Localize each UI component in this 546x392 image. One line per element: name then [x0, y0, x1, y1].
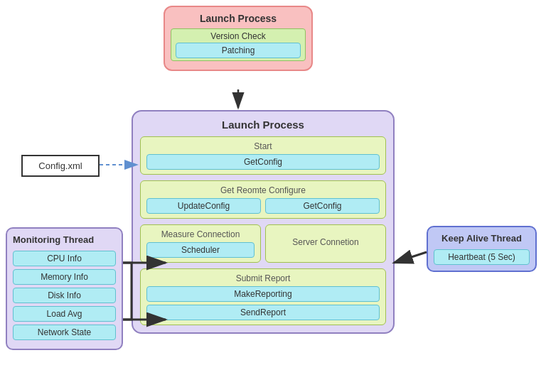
config-xml-label: Config.xml [38, 160, 82, 171]
measure-connection-box: Measure Connection Scheduler [140, 224, 261, 263]
update-config-box: UpdateConfig [146, 198, 261, 214]
get-remote-label: Get Reomte Configure [146, 185, 380, 195]
getconfig2-box: GetConfig [265, 198, 380, 214]
heartbeat-box: Heartbeat (5 Sec) [434, 249, 530, 265]
make-reporting-box: MakeReporting [146, 286, 380, 302]
keep-alive-title: Keep Alive Thread [434, 233, 530, 244]
cpu-info-item: CPU Info [13, 251, 116, 266]
monitoring-bracket [123, 263, 132, 320]
submit-report-label: Submit Report [146, 273, 380, 283]
keep-alive-thread: Keep Alive Thread Heartbeat (5 Sec) [427, 226, 537, 272]
launch-main-title: Launch Process [140, 119, 386, 131]
memory-info-item: Memory Info [13, 269, 116, 285]
config-xml-box: Config.xml [21, 155, 100, 177]
update-getconfig-row: UpdateConfig GetConfig [146, 198, 380, 214]
version-check-box: Version Check Patching [171, 28, 306, 61]
server-connection-label: Server Connetion [292, 237, 358, 247]
monitoring-thread: Monitoring Thread CPU Info Memory Info D… [6, 227, 123, 350]
monitoring-title: Monitoring Thread [13, 234, 116, 245]
network-state-item: Network State [13, 325, 116, 340]
arrow-keepalive-server [394, 252, 427, 263]
start-section: Start GetConfig [140, 136, 386, 175]
load-avg-item: Load Avg [13, 306, 116, 322]
launch-process-main: Launch Process Start GetConfig Get Reomt… [132, 110, 395, 334]
get-remote-section: Get Reomte Configure UpdateConfig GetCon… [140, 180, 386, 219]
start-label: Start [146, 141, 380, 151]
send-report-box: SendReport [146, 305, 380, 320]
submit-report-section: Submit Report MakeReporting SendReport [140, 268, 386, 325]
measure-server-row: Measure Connection Scheduler Server Conn… [140, 224, 386, 263]
version-check-label: Version Check [176, 31, 301, 41]
getconfig-box: GetConfig [146, 154, 380, 170]
disk-info-item: Disk Info [13, 288, 116, 303]
measure-connection-label: Measure Connection [146, 229, 255, 239]
launch-top-title: Launch Process [171, 13, 306, 24]
patching-box: Patching [176, 43, 301, 58]
scheduler-box: Scheduler [146, 242, 255, 258]
launch-process-top: Launch Process Version Check Patching [164, 6, 313, 71]
diagram-container: Launch Process Version Check Patching Co… [0, 0, 546, 392]
server-connection-box: Server Connetion [265, 224, 386, 263]
